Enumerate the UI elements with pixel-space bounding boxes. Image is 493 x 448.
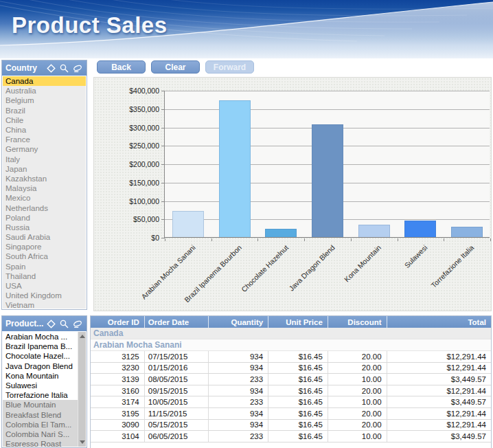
table-cell[interactable]: 3230 xyxy=(91,363,144,374)
table-cell[interactable]: 10.00 xyxy=(328,396,387,407)
column-header-discount[interactable]: Discount xyxy=(328,316,387,328)
table-cell[interactable]: $16.45 xyxy=(268,431,328,442)
country-list-item[interactable]: Canada xyxy=(3,76,86,86)
table-cell[interactable]: 11/15/2015 xyxy=(144,408,209,419)
diamond-icon[interactable] xyxy=(47,64,56,73)
table-cell[interactable]: 3139 xyxy=(91,374,144,385)
country-list-item[interactable]: China xyxy=(3,125,86,135)
chart-bar[interactable] xyxy=(451,227,483,238)
table-group-country[interactable]: Canada xyxy=(91,328,491,339)
table-row[interactable]: 316009/15/2015934$16.4520.00$12,291.44 xyxy=(91,385,491,397)
table-cell[interactable]: 3160 xyxy=(91,385,144,396)
table-cell[interactable]: 05/15/2015 xyxy=(144,420,209,431)
column-header-order-date[interactable]: Order Date xyxy=(144,316,209,328)
country-list-item[interactable]: Mexico xyxy=(3,193,86,203)
chart-bar[interactable] xyxy=(312,124,343,237)
country-list-item[interactable]: Japan xyxy=(3,164,86,174)
table-cell[interactable]: $12,291.44 xyxy=(387,408,491,419)
table-group-product[interactable]: Arabian Mocha Sanani xyxy=(91,339,491,351)
table-cell[interactable]: $16.45 xyxy=(268,363,328,374)
clear-button[interactable]: Clear xyxy=(151,60,200,74)
table-cell[interactable]: $16.45 xyxy=(268,420,328,431)
chart-bar[interactable] xyxy=(265,229,297,237)
table-cell[interactable]: $16.45 xyxy=(268,374,328,385)
product-listbox-header[interactable]: Product... xyxy=(2,316,87,331)
forward-button[interactable]: Forward xyxy=(205,60,254,74)
table-cell[interactable]: 3174 xyxy=(91,396,144,407)
table-row[interactable]: 310406/05/2015233$16.4510.00$3,449.57 xyxy=(91,431,491,443)
chart-bar[interactable] xyxy=(404,221,436,237)
table-cell[interactable]: $12,291.44 xyxy=(387,351,491,362)
x-axis-label-text[interactable]: Torrefazione Italia xyxy=(430,243,476,289)
table-cell[interactable]: $3,449.57 xyxy=(387,396,491,407)
table-cell[interactable]: 3195 xyxy=(91,408,144,419)
back-button[interactable]: Back xyxy=(97,60,146,74)
table-cell[interactable]: 10.00 xyxy=(328,431,387,442)
table-cell[interactable]: $16.45 xyxy=(268,408,328,419)
country-list-item[interactable]: Germany xyxy=(3,144,86,154)
table-cell[interactable]: 20.00 xyxy=(328,385,387,396)
product-list-item[interactable]: Kona Mountain xyxy=(3,371,78,381)
product-list-item[interactable]: Espresso Roast xyxy=(3,439,78,447)
x-axis-label-text[interactable]: Chocolate Hazelnut xyxy=(239,243,289,293)
chart-bar[interactable] xyxy=(219,100,251,237)
country-list-item[interactable]: Malaysia xyxy=(3,183,86,193)
table-row[interactable]: 309005/15/2015934$16.4520.00$12,291.44 xyxy=(91,420,491,432)
country-list-item[interactable]: Russia xyxy=(3,223,86,232)
table-cell[interactable]: 3104 xyxy=(91,431,144,442)
table-cell[interactable]: $12,291.44 xyxy=(387,420,491,431)
column-header-total[interactable]: Total xyxy=(387,316,491,328)
eraser-icon[interactable] xyxy=(73,64,83,73)
table-cell[interactable]: $12,291.44 xyxy=(387,385,491,396)
country-list-item[interactable]: United Kingdom xyxy=(3,291,86,300)
table-row[interactable]: 313908/05/2015233$16.4510.00$3,449.57 xyxy=(91,374,491,385)
table-cell[interactable]: 20.00 xyxy=(328,363,387,374)
table-cell[interactable]: 09/15/2015 xyxy=(144,385,209,396)
table-cell[interactable]: $3,449.57 xyxy=(387,374,491,385)
country-list-item[interactable]: Singapore xyxy=(3,242,86,251)
table-cell[interactable]: 07/15/2015 xyxy=(144,351,209,362)
x-axis-label-text[interactable]: Java Dragon Blend xyxy=(287,243,336,293)
country-list-item[interactable]: Thailand xyxy=(3,271,86,281)
search-icon[interactable] xyxy=(60,320,69,328)
table-cell[interactable]: 3125 xyxy=(91,351,144,362)
scroll-up-icon[interactable] xyxy=(80,335,85,338)
product-list-item[interactable]: Breakfast Blend xyxy=(3,410,78,420)
product-list-item[interactable]: Torrefazione Italia xyxy=(3,390,78,400)
country-list-item[interactable]: Vietnam xyxy=(3,300,86,309)
table-cell[interactable]: 934 xyxy=(208,363,268,374)
table-cell[interactable]: $16.45 xyxy=(268,351,328,362)
scrollbar[interactable] xyxy=(78,332,86,447)
table-cell[interactable]: 10/05/2015 xyxy=(144,396,209,407)
x-axis-label-text[interactable]: Kona Mountain xyxy=(343,243,382,283)
table-cell[interactable]: 01/15/2016 xyxy=(144,363,209,374)
country-list-item[interactable]: South Africa xyxy=(3,251,86,261)
column-header-quantity[interactable]: Quantity xyxy=(208,316,268,328)
country-list-item[interactable]: France xyxy=(3,135,86,144)
table-row[interactable]: 317410/05/2015233$16.4510.00$3,449.57 xyxy=(91,396,491,408)
table-row[interactable]: 323001/15/2016934$16.4520.00$12,291.44 xyxy=(91,363,491,374)
country-list-item[interactable]: Brazil xyxy=(3,106,86,115)
chart-bar[interactable] xyxy=(358,225,390,237)
country-list-item[interactable]: Australia xyxy=(3,86,86,96)
table-cell[interactable]: 20.00 xyxy=(328,420,387,431)
product-list-item[interactable]: Java Dragon Blend xyxy=(3,361,78,371)
table-cell[interactable]: 934 xyxy=(208,385,268,396)
table-cell[interactable]: 10.00 xyxy=(328,374,387,385)
table-cell[interactable]: $3,449.57 xyxy=(387,431,491,442)
country-listbox-header[interactable]: Country xyxy=(2,60,87,76)
table-cell[interactable]: $16.45 xyxy=(268,385,328,396)
table-cell[interactable]: 934 xyxy=(208,408,268,419)
scroll-down-icon[interactable] xyxy=(80,440,85,444)
table-cell[interactable]: 934 xyxy=(208,420,268,431)
country-list-item[interactable]: Netherlands xyxy=(3,203,86,212)
country-list-item[interactable]: Kazakhstan xyxy=(3,174,86,183)
product-list-item[interactable]: Brazil Ipanema B... xyxy=(3,341,78,351)
country-list-item[interactable]: Chile xyxy=(3,115,86,125)
diamond-icon[interactable] xyxy=(47,320,56,328)
chart-bar[interactable] xyxy=(172,211,204,237)
product-list-item[interactable]: Arabian Mocha ... xyxy=(3,332,78,341)
country-list-item[interactable]: Spain xyxy=(3,262,86,271)
product-list-item[interactable]: Colombia Nari S... xyxy=(3,429,78,439)
table-cell[interactable]: 20.00 xyxy=(328,408,387,419)
